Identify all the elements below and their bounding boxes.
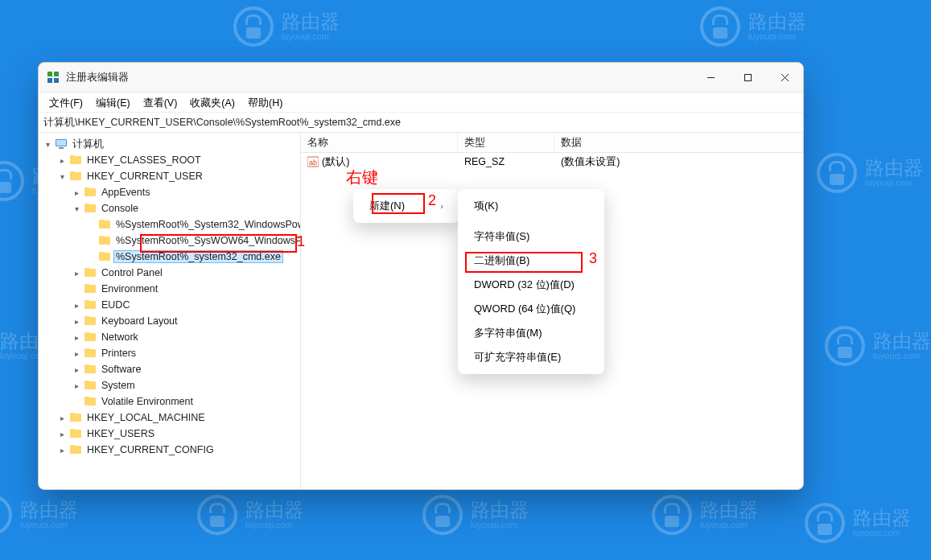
chevron-right-icon[interactable]: ▸ [71,315,82,327]
folder-icon [69,443,82,456]
svg-rect-16 [84,187,89,190]
column-name[interactable]: 名称 [301,133,458,152]
values-pane[interactable]: 名称 类型 数据 ab (默认) REG_SZ (数值未设置) 新建(N) › [301,133,803,489]
submenu-item-qword[interactable]: QWORD (64 位)值(Q) [463,297,599,321]
tree-label: System [100,380,137,391]
folder-icon [84,202,97,215]
chevron-right-icon[interactable]: ▸ [56,428,68,439]
value-type: REG_SZ [458,156,554,167]
svg-rect-36 [84,348,89,351]
computer-icon [55,138,68,150]
watermark: 路由器luyouqi.com [233,6,340,47]
close-button[interactable] [766,63,803,92]
svg-text:ab: ab [309,159,317,167]
menu-view[interactable]: 查看(V) [138,95,183,112]
tree-label: Console [100,203,140,214]
value-row-default[interactable]: ab (默认) REG_SZ (数值未设置) [301,153,803,171]
tree-root[interactable]: ▾ 计算机 [39,136,300,152]
submenu-item-expandsz[interactable]: 可扩充字符串值(E) [463,345,599,369]
svg-rect-40 [84,381,89,383]
submenu-item-key[interactable]: 项(K) [463,194,599,218]
tree-item-software[interactable]: ▸ Software [39,361,300,377]
watermark: 路由器luyouqi.com [197,495,303,535]
folder-icon [69,154,82,167]
tree-item-eudc[interactable]: ▸ EUDC [39,297,300,313]
column-data[interactable]: 数据 [554,133,803,152]
submenu-label: QWORD (64 位)值(Q) [474,302,575,316]
tree-item-hkcr[interactable]: ▸ HKEY_CLASSES_ROOT [39,152,300,168]
titlebar[interactable]: 注册表编辑器 [39,63,803,93]
watermark: 路由器luyouqi.com [0,495,78,535]
tree-item-environment[interactable]: ▸ Environment [39,281,300,297]
menu-edit[interactable]: 编辑(E) [90,95,136,112]
tree-label: Network [100,331,140,343]
address-bar[interactable]: 计算机\HKEY_CURRENT_USER\Console\%SystemRoo… [39,113,803,133]
context-item-new[interactable]: 新建(N) › [358,194,455,218]
tree-item-hklm[interactable]: ▸ HKEY_LOCAL_MACHINE [39,410,300,426]
tree-item-keyboard[interactable]: ▸ Keyboard Layout [39,313,300,329]
maximize-button[interactable] [729,63,766,92]
folder-icon [84,347,97,360]
folder-icon [84,331,97,344]
tree-item-controlpanel[interactable]: ▸ Control Panel [39,265,300,281]
folder-icon [98,234,111,247]
menu-file[interactable]: 文件(F) [43,95,89,112]
submenu-item-dword[interactable]: DWORD (32 位)值(D) [463,273,599,297]
chevron-right-icon[interactable]: ▸ [71,267,82,278]
chevron-down-icon[interactable]: ▾ [56,171,68,182]
submenu-item-string[interactable]: 字符串值(S) [463,224,599,249]
tree-item-cmd-selected[interactable]: ▸ %SystemRoot%_system32_cmd.exe [39,249,300,265]
minimize-button[interactable] [692,63,729,92]
menu-help[interactable]: 帮助(H) [242,95,288,112]
tree-label: AppEvents [100,187,151,198]
column-type[interactable]: 类型 [458,133,554,152]
tree-label: EUDC [100,299,131,311]
tree-item-printers[interactable]: ▸ Printers [39,345,300,361]
chevron-right-icon[interactable]: ▸ [71,187,82,198]
tree-item-system[interactable]: ▸ System [39,377,300,393]
svg-rect-18 [84,204,89,206]
tree-item-console-child[interactable]: ▸ %SystemRoot%_SysWOW64_WindowsP [39,233,300,249]
chevron-right-icon[interactable]: ▸ [71,331,82,343]
chevron-right-icon[interactable]: ▸ [71,348,82,359]
chevron-down-icon[interactable]: ▾ [42,138,53,150]
watermark: 路由器luyouqi.com [700,6,806,47]
tree-item-console[interactable]: ▾ Console [39,200,300,216]
folder-icon [84,363,97,376]
chevron-right-icon[interactable]: ▸ [56,444,68,455]
menu-favorites[interactable]: 收藏夹(A) [184,95,241,112]
tree-label: Software [100,364,142,375]
chevron-right-icon[interactable]: ▸ [56,412,68,423]
svg-rect-2 [47,78,52,83]
tree-item-console-child[interactable]: ▸ %SystemRoot%_System32_WindowsPow [39,216,300,233]
chevron-right-icon[interactable]: ▸ [56,154,68,166]
svg-rect-9 [56,140,66,146]
tree-label: HKEY_USERS [85,428,156,439]
tree-item-hku[interactable]: ▸ HKEY_USERS [39,426,300,442]
tree-item-hkcu[interactable]: ▾ HKEY_CURRENT_USER [39,168,300,184]
svg-rect-3 [54,78,59,83]
svg-rect-10 [59,147,64,149]
tree-item-volatile[interactable]: ▸ Volatile Environment [39,393,300,410]
submenu-item-binary[interactable]: 二进制值(B) [463,249,599,273]
chevron-down-icon[interactable]: ▾ [71,203,82,214]
app-icon [47,71,60,84]
chevron-right-icon[interactable]: ▸ [71,299,82,311]
chevron-right-icon[interactable]: ▸ [71,380,82,391]
tree-item-network[interactable]: ▸ Network [39,329,300,345]
registry-tree[interactable]: ▾ 计算机 ▸ HKEY_CLASSES_ROOT ▾ HKEY_CURRENT… [39,133,301,489]
svg-rect-32 [84,316,89,319]
tree-item-hkcc[interactable]: ▸ HKEY_CURRENT_CONFIG [39,442,300,458]
chevron-right-icon[interactable]: ▸ [71,364,82,375]
tree-item-appevents[interactable]: ▸ AppEvents [39,184,300,200]
folder-icon [69,427,82,440]
svg-rect-5 [744,74,751,80]
folder-icon [98,218,111,231]
folder-icon [98,250,111,263]
tree-label: %SystemRoot%_SysWOW64_WindowsP [114,235,301,246]
submenu-label: 可扩充字符串值(E) [474,350,561,364]
submenu-item-multisz[interactable]: 多字符串值(M) [463,321,599,345]
svg-rect-14 [70,171,75,174]
svg-rect-44 [70,413,75,415]
context-menu: 新建(N) › [353,189,459,223]
